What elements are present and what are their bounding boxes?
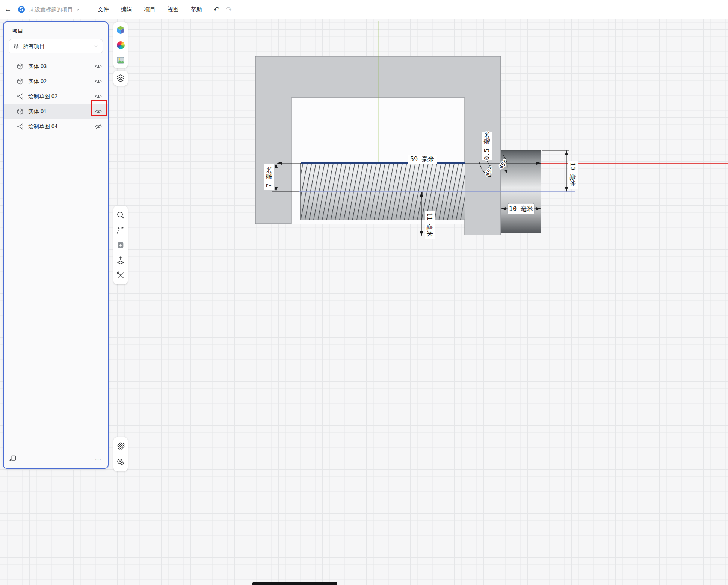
app-logo-icon[interactable] — [17, 5, 26, 14]
dock-hint-bar[interactable] — [252, 582, 337, 585]
item-row-body-01[interactable]: 实体 01 — [4, 104, 108, 119]
item-label: 绘制草图 04 — [28, 123, 57, 130]
appearance-sphere-icon[interactable] — [113, 38, 128, 52]
item-label: 实体 03 — [28, 63, 47, 70]
layers-filter-icon — [13, 43, 20, 50]
cad-viewport[interactable]: 59 毫米 7 毫米 0.5 毫米 45° 45° 10 毫米 10 毫米 11… — [0, 0, 728, 585]
dim-cyl-width-label[interactable]: 10 毫米 — [509, 205, 533, 212]
visibility-eye-off-icon[interactable] — [91, 119, 106, 133]
items-list: 实体 03 实体 02 — [4, 59, 108, 134]
view-dock — [113, 22, 128, 68]
project-title-dropdown[interactable]: 未设置标题的项目 — [29, 6, 80, 13]
dim-bore-depth-label[interactable]: 11 毫米 — [426, 213, 433, 237]
items-panel: 项目 所有项目 实体 03 实体 02 — [3, 21, 109, 469]
visibility-eye-icon[interactable] — [91, 104, 106, 118]
items-filter-dropdown[interactable]: 所有项目 — [9, 39, 103, 53]
item-row-sketch-02[interactable]: 绘制草图 02 — [4, 89, 108, 104]
tools-icon[interactable] — [113, 268, 128, 282]
chevron-down-icon — [75, 7, 80, 12]
menu-edit[interactable]: 编辑 — [121, 6, 132, 13]
more-options-button[interactable]: ⋯ — [95, 455, 102, 463]
sketch-icon — [17, 123, 24, 130]
layers-dock — [113, 71, 128, 86]
item-label: 实体 02 — [28, 78, 47, 85]
chevron-down-icon — [93, 44, 99, 49]
tool-dock — [113, 206, 128, 284]
visibility-eye-icon[interactable] — [91, 59, 106, 73]
dim-chamfer-label[interactable]: 0.5 毫米 — [483, 132, 491, 160]
zoom-icon[interactable] — [113, 208, 128, 222]
move-body-icon[interactable] — [113, 253, 128, 267]
panel-title: 项目 — [12, 27, 108, 35]
visibility-eye-icon[interactable] — [91, 89, 106, 103]
environment-image-icon[interactable] — [113, 53, 128, 67]
item-row-sketch-04[interactable]: 绘制草图 04 — [4, 119, 108, 134]
dim-cyl-radius-label[interactable]: 10 毫米 — [569, 162, 577, 187]
item-row-body-03[interactable]: 实体 03 — [4, 59, 108, 74]
panel-footer: ⋯ — [4, 451, 108, 468]
item-label: 绘制草图 02 — [28, 93, 57, 100]
body-icon — [17, 63, 24, 70]
dim-length-label[interactable]: 59 毫米 — [410, 155, 435, 163]
arc-add-icon[interactable] — [113, 223, 128, 237]
orientation-cube-icon[interactable] — [113, 23, 128, 37]
dim-rod-radius-label[interactable]: 7 毫米 — [265, 167, 273, 187]
measure-icon[interactable] — [113, 455, 128, 469]
menu-file[interactable]: 文件 — [98, 6, 109, 13]
display-dock — [113, 437, 128, 471]
redo-button[interactable]: ↷ — [226, 5, 232, 14]
project-title: 未设置标题的项目 — [29, 6, 73, 13]
item-row-body-02[interactable]: 实体 02 — [4, 74, 108, 89]
sketch-icon — [17, 93, 24, 100]
item-label: 实体 01 — [28, 108, 47, 115]
menu-help[interactable]: 帮助 — [191, 6, 202, 13]
undo-button[interactable]: ↶ — [213, 5, 220, 14]
topbar: ← 未设置标题的项目 文件 编辑 项目 视图 帮助 ↶ ↷ — [0, 0, 728, 19]
items-filter-label: 所有项目 — [23, 43, 45, 50]
body-icon — [17, 108, 24, 115]
menu-project[interactable]: 项目 — [144, 6, 156, 13]
back-button[interactable]: ← — [0, 5, 16, 14]
body-icon — [17, 78, 24, 85]
layers-icon[interactable] — [113, 71, 128, 85]
add-box-icon[interactable] — [113, 238, 128, 252]
add-project-icon[interactable] — [9, 455, 17, 464]
visibility-eye-icon[interactable] — [91, 74, 106, 88]
section-hatch-icon[interactable] — [113, 439, 128, 453]
menu-view[interactable]: 视图 — [168, 6, 179, 13]
